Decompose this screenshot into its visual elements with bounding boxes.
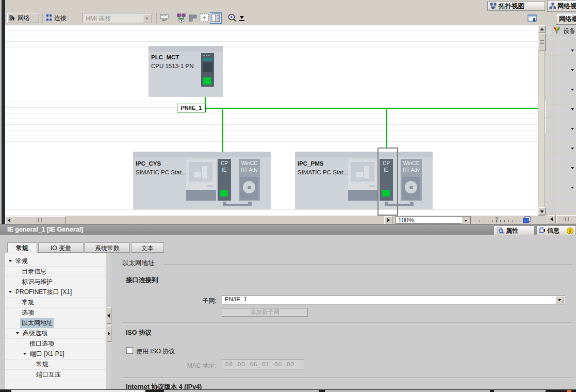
device-plc-mct[interactable]: PLC_MCT CPU 1513-1 PN <box>149 46 223 97</box>
cpu-module[interactable] <box>201 53 214 87</box>
subnet-label-badge[interactable]: PN/IE_1 <box>177 104 206 112</box>
zoom-options-button[interactable] <box>238 14 245 22</box>
overview-row[interactable] <box>546 124 576 134</box>
connections-button[interactable]: 连接 <box>45 13 79 23</box>
left-panel-divider[interactable] <box>2 0 5 224</box>
show-names-button[interactable] <box>159 13 171 23</box>
overview-row[interactable] <box>546 144 576 153</box>
tab-texts[interactable]: 文本 <box>131 242 164 253</box>
tab-properties[interactable]: 属性 <box>493 225 534 236</box>
nav-item-ethernet-addresses[interactable]: 以太网地址 <box>5 318 106 329</box>
overview-row[interactable] <box>546 85 576 94</box>
nav-item-port-general[interactable]: 常规 <box>5 360 106 370</box>
nav-item-advanced-options[interactable]: 高级选项 <box>5 329 106 339</box>
overview-row[interactable] <box>546 95 576 104</box>
fit-to-view-button[interactable] <box>199 13 210 23</box>
tab-network-view[interactable]: 网络视图 <box>547 0 576 12</box>
overview-row[interactable] <box>546 134 576 143</box>
maximize-view-icon[interactable] <box>523 216 531 224</box>
canvas-vertical-scrollbar[interactable] <box>538 25 545 216</box>
collapse-arrow-icon[interactable] <box>571 167 574 169</box>
device-ipc-cys[interactable]: IPC_CYS SIMATIC PC Stat... CP IE WinCC R… <box>133 152 271 209</box>
cp-module[interactable]: CP IE <box>218 159 231 201</box>
overview-scroll-left[interactable] <box>548 215 556 223</box>
collapse-arrow-icon[interactable] <box>571 89 574 91</box>
network-canvas[interactable]: PN/IE_1 PLC_MCT CPU 1513-1 PN IPC_CYS SI… <box>5 25 538 216</box>
wincc-module[interactable]: WinCC RT Adv <box>401 159 422 201</box>
subnet-combobox[interactable]: PN/IE_1 <box>222 295 565 304</box>
overview-row[interactable] <box>546 193 576 202</box>
nav-item-catalog-info[interactable]: 目录信息 <box>5 267 106 277</box>
collapse-arrow-icon[interactable] <box>571 148 574 150</box>
collapse-arrow-icon[interactable] <box>571 187 574 189</box>
overview-row[interactable] <box>546 164 576 173</box>
overview-row[interactable] <box>546 46 576 55</box>
collapse-arrow-icon[interactable] <box>571 128 574 130</box>
add-subnet-button[interactable]: 添加新子网 <box>222 308 308 317</box>
zoom-level-combobox[interactable]: 100% <box>396 216 471 224</box>
taskbar-item[interactable] <box>11 390 145 392</box>
overview-row[interactable] <box>546 154 576 163</box>
horizontal-scroll-thumb[interactable] <box>13 216 66 224</box>
show-overview-panel-button[interactable] <box>210 12 222 24</box>
cp-port-green[interactable] <box>220 190 228 197</box>
overview-row[interactable] <box>546 105 576 114</box>
tab-general[interactable]: 常规 <box>7 242 37 253</box>
zoom-slider-handle[interactable] <box>495 217 499 220</box>
tab-topology-view[interactable]: 拓扑视图 <box>487 1 545 11</box>
scroll-left-button[interactable] <box>5 216 13 224</box>
taskbar-item[interactable] <box>164 390 319 392</box>
show-addresses-button[interactable] <box>176 13 187 23</box>
tab-info[interactable]: 信息 <box>536 225 576 236</box>
nav-item-general-sub[interactable]: 常规 <box>5 298 106 308</box>
wincc-module[interactable]: WinCC RT Adv <box>239 159 260 201</box>
nav-item-options[interactable]: 选项 <box>5 308 106 318</box>
overview-row[interactable] <box>546 36 576 45</box>
overview-row[interactable] <box>546 75 576 85</box>
ipc-cys-connection-line[interactable] <box>222 109 223 152</box>
ipc-pms-connection-line[interactable] <box>386 109 387 148</box>
subnet-bus-line[interactable] <box>199 108 538 109</box>
page-break-view-button[interactable] <box>187 13 199 23</box>
vertical-scroll-thumb[interactable] <box>538 34 546 51</box>
nav-item-interface-options[interactable]: 接口选项 <box>5 339 106 349</box>
collapse-arrow-icon[interactable] <box>571 108 574 110</box>
connection-type-combobox[interactable]: HMI 连接 <box>83 13 153 23</box>
taskbar-item[interactable] <box>567 390 571 392</box>
overview-row[interactable] <box>546 56 576 65</box>
zoom-dropdown-button[interactable] <box>462 217 470 224</box>
nav-item-port-x1p1[interactable]: 端口 [X1 P1] <box>5 349 106 360</box>
zoom-button[interactable] <box>227 13 238 23</box>
nav-item-general[interactable]: 常规 <box>5 256 106 267</box>
nav-item-profinet-interface[interactable]: PROFINET接口 [X1] <box>5 287 106 298</box>
combobox-dropdown-button[interactable] <box>143 14 152 23</box>
overview-row[interactable] <box>546 183 576 192</box>
overview-row[interactable] <box>546 173 576 183</box>
use-iso-checkbox[interactable] <box>126 347 133 354</box>
mac-address-field[interactable]: 08 -00 -06 -01 -00 -00 <box>222 360 304 369</box>
overview-row[interactable] <box>546 203 576 212</box>
nav-item-port-interconnection[interactable]: 端口互连 <box>5 370 106 380</box>
device-ipc-pms[interactable]: IPC_PMS SIMATIC PC Stat... CP IE WinCC R… <box>295 152 433 209</box>
overview-scroll-thumb[interactable] <box>556 215 576 223</box>
scroll-up-button[interactable] <box>538 25 546 33</box>
tab-system-constants[interactable]: 系统常数 <box>85 242 130 253</box>
overview-row[interactable] <box>546 66 576 75</box>
tab-network-overview[interactable]: 网络概览 <box>556 13 576 25</box>
collapse-arrow-icon[interactable] <box>571 50 574 52</box>
overview-hscrollbar[interactable] <box>546 214 576 224</box>
collapse-arrow-icon[interactable] <box>571 69 574 71</box>
scroll-down-button[interactable] <box>538 207 546 215</box>
taskbar-item[interactable] <box>325 390 490 392</box>
split-editor-icon[interactable] <box>528 14 538 23</box>
cpu-port-green[interactable] <box>203 77 211 85</box>
zoom-slider[interactable] <box>480 217 518 223</box>
scroll-right-button[interactable] <box>384 216 392 224</box>
overview-row[interactable] <box>546 115 576 124</box>
network-mode-button[interactable]: 网络 <box>7 13 39 23</box>
subnet-dropdown-button[interactable] <box>555 296 564 304</box>
nav-item-identification[interactable]: 标识与维护 <box>5 277 106 287</box>
taskbar-item[interactable] <box>494 390 546 392</box>
nav-splitter[interactable] <box>106 253 111 389</box>
tab-io-tags[interactable]: IO 变量 <box>38 242 84 253</box>
